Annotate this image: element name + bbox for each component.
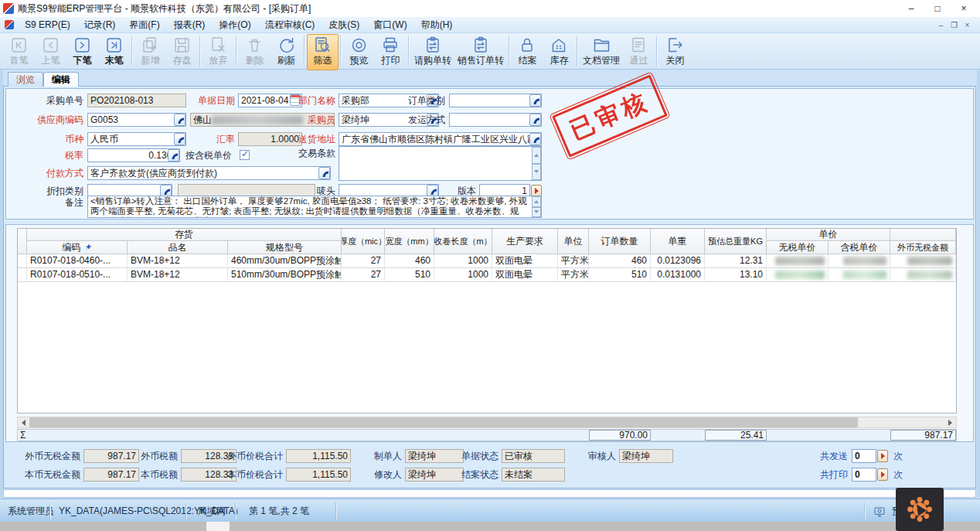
supplier-lookup-button[interactable] <box>174 114 185 126</box>
prev-record-button[interactable]: 上笔 <box>35 34 66 70</box>
inventory-button[interactable]: 库存 <box>543 34 575 70</box>
trade-terms-scrollbar[interactable] <box>532 147 541 180</box>
close-window-button[interactable]: × <box>951 0 977 17</box>
first-record-button[interactable]: 首笔 <box>3 34 35 70</box>
taskbar-button[interactable] <box>206 522 230 531</box>
scroll-right-icon[interactable] <box>944 417 956 427</box>
filter-button[interactable]: 筛选 <box>307 34 339 70</box>
column-header-code[interactable]: 编码 <box>27 241 128 254</box>
maximize-button[interactable]: □ <box>924 0 951 17</box>
cell-name[interactable]: BVM-18+12 <box>128 254 228 268</box>
column-header-est-weight[interactable]: 预估总重量KG <box>705 229 767 254</box>
horizontal-scrollbar[interactable] <box>17 417 957 428</box>
cell-unit[interactable]: 平方米 <box>558 254 589 268</box>
cell-est-weight[interactable]: 12.31 <box>705 254 767 268</box>
menu-skin[interactable]: 皮肤(S) <box>322 17 366 33</box>
payment-method-lookup-button[interactable] <box>318 167 330 179</box>
tab-edit[interactable]: 编辑 <box>43 72 79 87</box>
tax-inclusive-checkbox[interactable] <box>240 150 250 160</box>
column-header-qty[interactable]: 订单数量 <box>589 229 651 254</box>
pin-icon[interactable] <box>84 243 92 251</box>
cell-thickness[interactable]: 27 <box>342 254 385 268</box>
cell-price-untaxed[interactable] <box>767 268 829 282</box>
currency-field[interactable]: 人民币 <box>87 132 186 146</box>
close-case-button[interactable]: 结案 <box>512 34 543 70</box>
mdi-close-button[interactable]: × <box>961 21 974 29</box>
mdi-restore-button[interactable]: ❐ <box>948 21 961 29</box>
menu-help[interactable]: 帮助(H) <box>414 17 460 33</box>
refresh-button[interactable]: 刷新 <box>271 34 302 70</box>
discard-button[interactable]: 放弃 <box>202 34 234 70</box>
document-manage-button[interactable]: 文档管理 <box>580 34 623 70</box>
close-button[interactable]: 关闭 <box>659 34 691 70</box>
cell-unit-weight[interactable]: 0.0123096 <box>651 254 705 268</box>
supplier-code-field[interactable]: G0053 <box>87 113 186 127</box>
cell-foreign-untaxed[interactable] <box>890 254 956 268</box>
remark-scrollbar[interactable] <box>532 196 541 217</box>
column-header-unit[interactable]: 单位 <box>558 229 589 254</box>
ship-method-lookup-button[interactable] <box>529 114 541 126</box>
delete-button[interactable]: 删除 <box>239 34 271 70</box>
print-count-spin-button[interactable] <box>877 468 888 481</box>
next-record-button[interactable]: 下笔 <box>66 34 98 70</box>
column-header-thickness[interactable]: 厚度（mic） <box>342 229 385 254</box>
cell-prod-req[interactable]: 双面电晕 <box>492 268 558 282</box>
cell-code[interactable]: R0107-018-0460-... <box>27 254 128 268</box>
tax-rate-field[interactable]: 0.1300 <box>87 148 180 162</box>
currency-lookup-button[interactable] <box>174 133 185 145</box>
order-type-field[interactable] <box>449 94 542 107</box>
approve-button[interactable]: 通过 <box>623 34 655 70</box>
column-header-spec[interactable]: 规格型号 <box>228 241 342 254</box>
cell-foreign-untaxed[interactable] <box>890 268 956 282</box>
ship-method-field[interactable] <box>449 113 542 127</box>
menu-operation[interactable]: 操作(O) <box>212 17 257 33</box>
menu-interface[interactable]: 界面(F) <box>122 17 166 33</box>
cell-name[interactable]: BVM-18+12 <box>128 268 228 282</box>
last-record-button[interactable]: 末笔 <box>98 34 130 70</box>
row-selector[interactable] <box>18 254 27 268</box>
new-button[interactable]: 新增 <box>134 34 166 70</box>
cell-length[interactable]: 1000 <box>434 268 492 282</box>
save-button[interactable]: 存盘 <box>166 34 198 70</box>
column-header-foreign-untaxed[interactable]: 外币无税金额 <box>890 241 956 254</box>
row-selector[interactable] <box>18 268 27 282</box>
cell-spec[interactable]: 460mm/30um/BOPP预涂触... <box>228 254 342 268</box>
cell-unit-weight[interactable]: 0.0131000 <box>651 268 705 282</box>
scroll-down-icon[interactable] <box>532 207 541 218</box>
menu-record[interactable]: 记录(R) <box>77 17 123 33</box>
column-header-price-untaxed[interactable]: 无税单价 <box>767 241 829 254</box>
minimize-button[interactable]: – <box>898 0 924 17</box>
menu-report[interactable]: 报表(R) <box>167 17 213 33</box>
cell-qty[interactable]: 510 <box>589 268 651 282</box>
sent-count-spin-button[interactable] <box>877 450 888 462</box>
cell-code[interactable]: R0107-018-0510-... <box>27 268 128 282</box>
cell-price-taxed[interactable] <box>829 268 890 282</box>
menu-workflow[interactable]: 流程审核(C) <box>258 17 322 33</box>
print-button[interactable]: 打印 <box>375 34 407 70</box>
column-header-width[interactable]: 宽度（mm） <box>385 229 434 254</box>
order-type-lookup-button[interactable] <box>529 94 541 107</box>
cell-unit[interactable]: 平方米 <box>558 268 589 282</box>
preview-button[interactable]: 预览 <box>343 34 375 70</box>
screen-recorder-overlay[interactable] <box>896 488 944 531</box>
cell-prod-req[interactable]: 双面电晕 <box>492 254 558 268</box>
cell-spec[interactable]: 510mm/30um/BOPP预涂触... <box>228 268 342 282</box>
cell-price-untaxed[interactable] <box>767 254 829 268</box>
print-count-field[interactable]: 0 <box>852 468 876 482</box>
cell-est-weight[interactable]: 13.10 <box>705 268 767 282</box>
column-header-unit-weight[interactable]: 单重 <box>651 229 705 254</box>
scroll-up-icon[interactable] <box>532 196 541 207</box>
purchase-request-transfer-button[interactable]: 请购单转 <box>411 34 454 70</box>
delivery-address-field[interactable]: 广东省佛山市顺德区陈村镇广隆工业区兴业八路9号之一 <box>339 132 542 146</box>
cell-width[interactable]: 460 <box>385 254 434 268</box>
remark-field[interactable]: <销售订单>转入注意： 出口国外订单， 厚度要够27mic, 胶面电晕值≥38；… <box>87 196 542 218</box>
trade-terms-field[interactable] <box>339 146 542 181</box>
payment-method-field[interactable]: 客户齐款发货(供应商货到付款) <box>87 166 331 180</box>
menu-s9erp[interactable]: S9 ERP(E) <box>18 17 77 33</box>
scroll-left-icon[interactable] <box>18 417 29 427</box>
mdi-minimize-button[interactable]: – <box>934 21 948 29</box>
table-row[interactable]: R0107-018-0510-... BVM-18+12 510mm/30um/… <box>18 268 956 282</box>
table-row[interactable]: R0107-018-0460-... BVM-18+12 460mm/30um/… <box>18 254 956 268</box>
tab-browse[interactable]: 浏览 <box>8 72 43 87</box>
cell-width[interactable]: 510 <box>385 268 434 282</box>
